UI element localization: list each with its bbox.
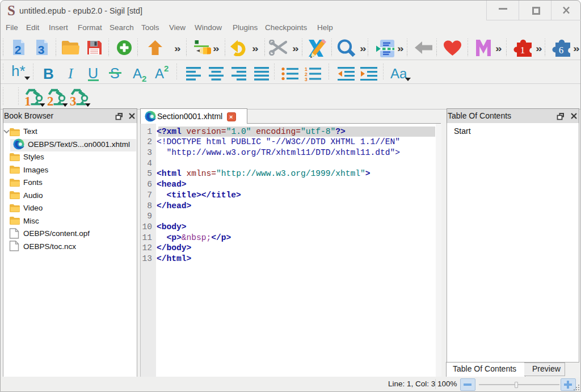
svg-text:1: 1 (24, 94, 31, 107)
svg-text:1: 1 (520, 45, 525, 56)
svg-text:6: 6 (559, 45, 564, 56)
svg-text:3: 3 (70, 94, 77, 107)
svg-text:2: 2 (47, 94, 54, 107)
svg-text:2: 2 (15, 43, 22, 56)
svg-text:3: 3 (38, 43, 45, 56)
svg-text:3: 3 (305, 77, 308, 82)
